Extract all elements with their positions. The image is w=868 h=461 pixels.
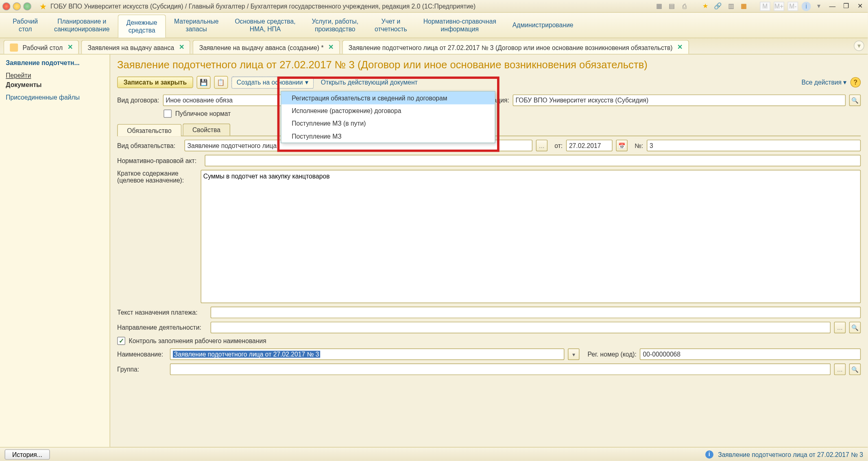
statusbar: История... i Заявление подотчетного лица… [0, 447, 868, 461]
number-label: №: [635, 142, 643, 149]
link-icon[interactable]: 🔗 [713, 2, 723, 11]
window-button[interactable] [23, 2, 31, 10]
summary-label-1: Краткое содержание [117, 170, 179, 177]
tab-close-icon[interactable]: ✕ [677, 43, 683, 51]
npa-input[interactable] [205, 155, 861, 167]
tab-properties[interactable]: Свойства [183, 124, 230, 136]
payment-text-label: Текст назначения платежа: [117, 309, 207, 316]
menu-planning[interactable]: Планирование исанкционирование [46, 13, 118, 37]
chevron-down-icon: ▾ [305, 78, 309, 86]
npa-label: Нормативно-правовой акт: [117, 157, 201, 164]
list-icon[interactable]: 📋 [214, 76, 228, 89]
star-icon[interactable]: ★ [39, 2, 47, 11]
menu-assets[interactable]: Основные средства,НМА, НПА [227, 13, 303, 37]
all-actions-button[interactable]: Все действия▾ [801, 78, 846, 86]
select-button[interactable]: … [536, 140, 548, 152]
select-button[interactable]: … [834, 363, 846, 375]
name-label: Наименование: [117, 351, 166, 358]
tab-close-icon[interactable]: ✕ [179, 43, 184, 51]
org-input[interactable]: ГОБУ ВПО Университет искусств (Субсидия) [513, 94, 846, 106]
control-checkbox[interactable] [117, 337, 125, 345]
minimize-button[interactable]: — [827, 2, 837, 10]
obligation-type-label: Вид обязательства: [117, 142, 181, 149]
m-button[interactable]: M [760, 2, 770, 11]
history-button[interactable]: История... [4, 449, 50, 459]
control-label: Контроль заполнения рабочего наименовани… [129, 337, 266, 344]
print-icon[interactable]: ⎙ [680, 2, 689, 11]
tab-desktop[interactable]: Рабочий стол✕ [4, 40, 79, 54]
dd-item-receipt-transit[interactable]: Поступление МЗ (в пути) [281, 117, 495, 130]
content: Заявление подотчетного лица от 27.02.201… [110, 54, 868, 447]
sidebar-title: Заявление подотчетн... [6, 59, 104, 66]
info-icon: i [705, 450, 713, 458]
activity-input[interactable] [211, 322, 831, 333]
menu-reference[interactable]: Нормативно-справочнаяинформация [415, 13, 504, 37]
reg-input[interactable]: 00-00000068 [640, 348, 861, 360]
sidebar-nav[interactable]: Перейти [6, 72, 104, 79]
menu-cash[interactable]: Денежныесредства [118, 15, 166, 38]
favorite-icon[interactable]: ★ [701, 2, 710, 11]
sidebar-files[interactable]: Присоединенные файлы [6, 94, 104, 101]
create-based-button[interactable]: Создать на основании▾ [231, 76, 314, 89]
sidebar-docs[interactable]: Документы [6, 81, 104, 88]
reg-label: Рег. номер (код): [588, 351, 637, 358]
summary-textarea[interactable] [201, 170, 861, 303]
calendar-icon[interactable]: 📅 [616, 140, 628, 152]
m-minus-button[interactable]: M- [788, 2, 798, 11]
dd-item-receipt[interactable]: Поступление МЗ [281, 130, 495, 142]
app-icon-1c[interactable] [2, 2, 11, 10]
maximize-button[interactable]: ❐ [841, 2, 852, 10]
menu-accounting[interactable]: Учет иотчетность [366, 13, 415, 37]
m-plus-button[interactable]: M+ [774, 2, 784, 11]
save-close-button[interactable]: Записать и закрыть [117, 76, 193, 88]
desktop-icon [10, 43, 18, 51]
search-button[interactable]: 🔍 [849, 363, 861, 375]
tab-application-create[interactable]: Заявление на выдачу аванса (создание) *✕ [193, 40, 340, 54]
tabs-more-button[interactable]: ▾ [854, 41, 864, 51]
group-input[interactable] [170, 363, 831, 375]
tab-close-icon[interactable]: ✕ [328, 43, 334, 51]
tab-applications[interactable]: Заявления на выдачу аванса✕ [81, 40, 191, 54]
close-button[interactable]: ✕ [855, 2, 866, 10]
dd-item-execution[interactable]: Исполнение (расторжение) договора [281, 104, 495, 117]
toolbar-icon[interactable]: ▦ [654, 2, 664, 11]
payment-text-input[interactable] [211, 307, 861, 318]
calendar-icon[interactable]: ▦ [739, 2, 748, 11]
help-button[interactable]: ? [851, 77, 861, 88]
name-input[interactable]: Заявление подотчетного лица от 27.02.201… [170, 348, 565, 360]
sidebar: Заявление подотчетн... Перейти Документы… [0, 54, 110, 447]
menu-admin[interactable]: Администрирование [504, 13, 582, 37]
save-icon[interactable]: 💾 [196, 76, 210, 89]
body: Заявление подотчетн... Перейти Документы… [0, 54, 868, 447]
dropdown-button[interactable]: ▾ [568, 348, 580, 360]
page-title: Заявление подотчетного лица от 27.02.201… [117, 59, 861, 71]
window-button[interactable] [13, 2, 21, 10]
tab-bar: Рабочий стол✕ Заявления на выдачу аванса… [0, 38, 868, 54]
menu-materials[interactable]: Материальныезапасы [166, 13, 227, 37]
tab-application-3[interactable]: Заявление подотчетного лица от 27.02.201… [342, 40, 689, 54]
dd-item-registration[interactable]: Регистрация обязательств и сведений по д… [281, 91, 495, 104]
toolbar-icon[interactable]: ▤ [667, 2, 676, 11]
menu-desktop[interactable]: Рабочийстол [4, 13, 46, 37]
open-active-doc-link[interactable]: Открыть действующий документ [317, 77, 421, 88]
dropdown-icon[interactable]: ▾ [814, 2, 824, 11]
chevron-down-icon: ▾ [843, 78, 847, 86]
public-npa-checkbox[interactable] [164, 110, 172, 118]
search-button[interactable]: 🔍 [849, 94, 861, 106]
help-icon[interactable]: i [802, 2, 811, 11]
toolbar: Записать и закрыть 💾 📋 Создать на основа… [117, 76, 861, 89]
status-text: Заявление подотчетного лица от 27.02.201… [718, 451, 863, 458]
tab-close-icon[interactable]: ✕ [68, 43, 73, 51]
search-button[interactable]: 🔍 [849, 322, 861, 333]
group-label: Группа: [117, 366, 166, 373]
calculator-icon[interactable]: ▥ [726, 2, 735, 11]
menu-services[interactable]: Услуги, работы,производство [304, 13, 367, 37]
select-button[interactable]: … [834, 322, 846, 333]
window-title: ГОБУ ВПО Университет искусств (Субсидия)… [50, 2, 654, 9]
date-input[interactable]: 27.02.2017 [566, 140, 613, 152]
date-label: от: [554, 142, 563, 149]
tab-obligation[interactable]: Обязательство [117, 124, 181, 136]
number-input[interactable]: 3 [647, 140, 861, 152]
main-menu: Рабочийстол Планирование исанкционирован… [0, 13, 868, 38]
summary-label-2: (целевое назначение): [117, 177, 184, 184]
